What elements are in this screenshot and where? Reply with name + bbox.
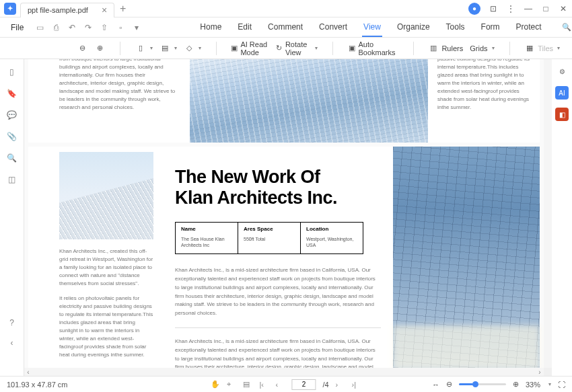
file-menu[interactable]: File <box>5 20 29 35</box>
zoom-in-button[interactable]: ⊕ <box>93 41 106 56</box>
layout-icon: ▤ <box>159 43 170 54</box>
scroll-left-icon[interactable]: ‹ <box>24 368 32 376</box>
document-tab[interactable]: ppt file-sample.pdf × <box>20 3 114 17</box>
maximize-icon[interactable]: □ <box>541 4 550 13</box>
menu-dots-icon[interactable]: ⋮ <box>506 4 515 13</box>
select-tool-icon[interactable]: ⌖ <box>227 380 236 389</box>
vertical-scrollbar[interactable] <box>544 59 552 368</box>
reflow-icon[interactable]: ▤ <box>243 380 252 389</box>
table-cell: Westport, Washington, USA <box>306 236 357 248</box>
rulers-label: Rulers <box>441 44 463 52</box>
close-tab-icon[interactable]: × <box>102 5 107 15</box>
menu-protect[interactable]: Protect <box>515 18 543 37</box>
main-menu: Home Edit Comment Convert View Organize … <box>199 18 542 37</box>
close-window-icon[interactable]: ✕ <box>559 4 568 13</box>
zoom-in-status-icon[interactable]: ⊕ <box>513 380 519 389</box>
title-line: The New Work Of <box>175 167 381 188</box>
last-page-icon[interactable]: ›| <box>352 381 361 389</box>
cursor-position: 101.93 x 47.87 cm <box>7 381 68 389</box>
page-total: /4 <box>322 381 328 389</box>
settings-icon[interactable]: ⚙ <box>555 65 569 78</box>
zoom-out-icon: ⊖ <box>77 43 87 54</box>
minimize-icon[interactable]: — <box>524 4 533 13</box>
auto-bookmarks-label: Auto Bookmarks <box>358 40 398 56</box>
chevron-down-icon: ▾ <box>557 45 560 51</box>
search-tools[interactable]: 🔍 Search Tools <box>562 19 572 36</box>
chevron-down-icon: ▾ <box>174 45 177 51</box>
title-line: Klan Architects Inc. <box>175 188 381 208</box>
qat-chevron-icon[interactable]: ▾ <box>131 22 142 33</box>
background-button[interactable]: ◇▾ <box>182 41 203 56</box>
menu-edit[interactable]: Edit <box>236 18 253 37</box>
next-page-icon[interactable]: › <box>336 381 345 389</box>
zoom-value: 33% <box>526 381 540 389</box>
search-panel-icon[interactable]: 🔍 <box>6 152 18 164</box>
menu-organize[interactable]: Organize <box>396 18 431 37</box>
page-2: Khan Architects Inc., created this off-g… <box>28 147 540 368</box>
menu-convert[interactable]: Convert <box>318 18 349 37</box>
rulers-button[interactable]: ▥Rulers <box>427 41 464 56</box>
page-number-input[interactable] <box>291 379 316 390</box>
fit-page-icon: ▯ <box>135 43 146 54</box>
hand-tool-icon[interactable]: ✋ <box>211 380 220 389</box>
tiles-icon: ▦ <box>524 43 535 54</box>
view-toolbar: ⊖ ⊕ ▯▾ ▤▾ ◇▾ ▣AI Read Mode ↻Rotate View▾… <box>0 38 572 59</box>
help-icon[interactable]: ? <box>6 317 18 329</box>
menubar: File ▭ ⎙ ↶ ↷ ⇧ ▫ ▾ Home Edit Comment Con… <box>0 17 572 38</box>
table-header: Ares Space <box>244 226 295 232</box>
menu-tools[interactable]: Tools <box>445 18 466 37</box>
print-icon[interactable]: ⎙ <box>50 22 61 33</box>
fit-page-button[interactable]: ▯▾ <box>134 41 154 56</box>
user-avatar[interactable]: ● <box>468 3 480 15</box>
scroll-right-icon[interactable]: › <box>536 368 544 376</box>
bookmarks-panel-icon[interactable]: 🔖 <box>6 87 18 100</box>
new-tab-button[interactable]: + <box>120 3 126 15</box>
search-icon: 🔍 <box>562 23 571 32</box>
page-1-fragment: from boutique interiors to large institu… <box>28 59 540 143</box>
building-image <box>190 59 428 143</box>
horizontal-scrollbar[interactable]: ‹ › <box>24 368 544 376</box>
prev-page-icon[interactable]: ‹ <box>275 381 285 389</box>
tiles-button[interactable]: ▦Tiles▾ <box>523 41 561 56</box>
open-icon[interactable]: ▭ <box>34 22 45 33</box>
share-icon[interactable]: ⇧ <box>99 22 110 33</box>
droplet-icon: ◇ <box>184 43 194 54</box>
comments-panel-icon[interactable]: 💬 <box>6 109 18 121</box>
menu-home[interactable]: Home <box>199 18 223 37</box>
page-area[interactable]: from boutique interiors to large institu… <box>24 59 544 368</box>
app-icon[interactable]: ✦ <box>4 3 16 15</box>
menu-form[interactable]: Form <box>480 18 501 37</box>
undo-icon[interactable]: ↶ <box>67 22 77 33</box>
feedback-icon[interactable]: ⊡ <box>489 4 498 13</box>
menu-comment[interactable]: Comment <box>266 18 304 37</box>
ai-assistant-icon[interactable]: AI <box>555 86 569 100</box>
body-text: It relies on photovoltaic panels for ele… <box>59 295 153 359</box>
save-icon[interactable]: ▫ <box>115 22 126 33</box>
collapse-left-icon[interactable]: ‹ <box>6 337 18 349</box>
left-sidebar: ▯ 🔖 💬 📎 🔍 ◫ ? ‹ <box>0 59 24 376</box>
menu-view[interactable]: View <box>362 18 382 37</box>
chevron-down-icon: ▾ <box>492 45 495 51</box>
integration-icon[interactable]: ◧ <box>555 108 569 121</box>
thumbnails-icon[interactable]: ▯ <box>6 66 18 78</box>
zoom-thumb[interactable] <box>472 381 478 387</box>
rotate-view-button[interactable]: ↻Rotate View▾ <box>275 38 319 58</box>
zoom-out-button[interactable]: ⊖ <box>75 41 89 56</box>
attachments-icon[interactable]: 📎 <box>6 130 18 143</box>
redo-icon[interactable]: ↷ <box>83 22 94 33</box>
fullscreen-icon[interactable]: ⛶ <box>558 381 565 389</box>
page-layout-button[interactable]: ▤▾ <box>158 41 178 56</box>
building-image <box>59 152 153 239</box>
body-text: Khan Architects Inc., is a mid-sized arc… <box>175 338 381 368</box>
table-cell: 550ft Total <box>244 236 295 242</box>
chevron-down-icon[interactable]: ▾ <box>548 381 551 387</box>
fit-width-icon[interactable]: ↔ <box>432 381 439 389</box>
grids-button[interactable]: Grids▾ <box>468 42 495 54</box>
auto-bookmarks-button[interactable]: ▣Auto Bookmarks <box>347 38 400 58</box>
divider <box>175 327 381 328</box>
zoom-out-status-icon[interactable]: ⊖ <box>446 380 452 389</box>
ai-read-mode-button[interactable]: ▣AI Read Mode <box>229 38 270 58</box>
layers-icon[interactable]: ◫ <box>6 173 18 186</box>
zoom-slider[interactable] <box>459 383 506 385</box>
first-page-icon[interactable]: |‹ <box>259 381 269 389</box>
